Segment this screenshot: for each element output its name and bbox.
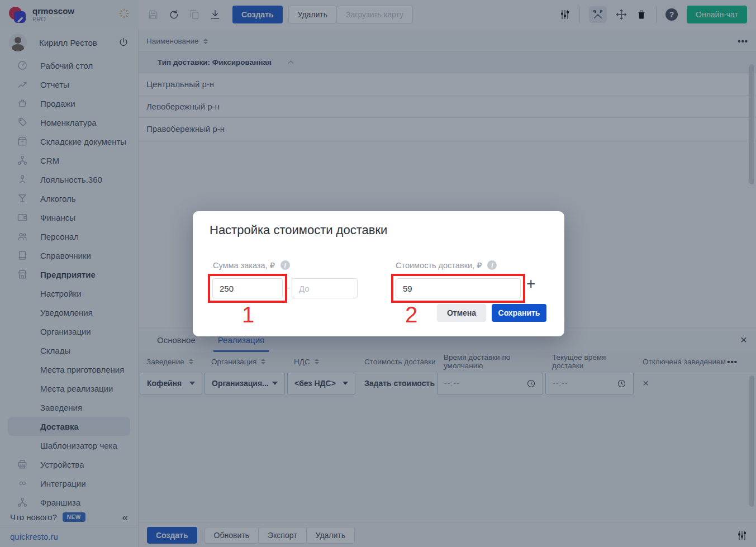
order-sum-label-row: Сумма заказа, ₽ i [213,260,290,270]
info-icon[interactable]: i [487,260,497,270]
delivery-cost-label-row: Стоимость доставки, ₽ i [396,260,497,270]
order-sum-to-input[interactable] [292,278,358,298]
annotation-box-2 [391,274,525,303]
save-button[interactable]: Сохранить [492,304,546,322]
annotation-number-1: 1 [242,302,254,327]
delivery-cost-modal: Настройка стоимости доставки Сумма заказ… [193,211,564,336]
add-range-plus-icon[interactable]: + [526,275,535,293]
cancel-button[interactable]: Отмена [437,304,486,322]
info-icon[interactable]: i [280,260,290,270]
annotation-number-2: 2 [405,302,417,327]
modal-title: Настройка стоимости доставки [210,223,387,237]
annotation-box-1 [208,274,287,303]
